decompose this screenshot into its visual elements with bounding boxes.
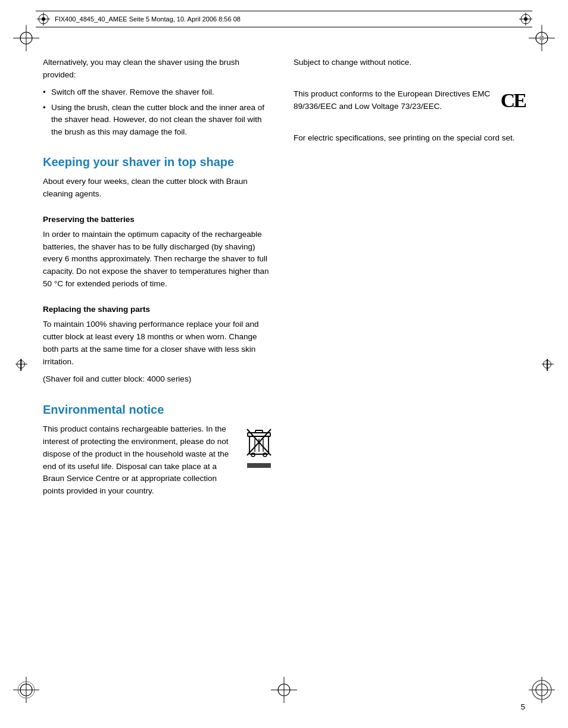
- bullet-list: Switch off the shaver. Remove the shaver…: [43, 86, 274, 138]
- subsection-batteries-text: In order to maintain the optimum capacit…: [43, 229, 274, 291]
- reg-mark-top-right: [529, 25, 555, 51]
- svg-point-14: [539, 36, 544, 40]
- electric-spec: For electric specifications, see printin…: [294, 132, 525, 145]
- subsection-batteries-heading: Preserving the batteries: [43, 214, 274, 226]
- environmental-block: This product contains rechargeable batte…: [43, 423, 274, 503]
- ce-mark: CE: [501, 89, 525, 112]
- target-mark-left: [37, 13, 50, 26]
- svg-point-3: [42, 17, 45, 21]
- left-column: Alternatively, you may clean the shaver …: [43, 57, 274, 502]
- top-bar: FIX400_4845_40_AMEE Seite 5 Montag, 10. …: [36, 11, 532, 27]
- bullet-item-2: Using the brush, clean the cutter block …: [43, 102, 274, 138]
- subsection-replacing-text: To maintain 100% shaving performance rep…: [43, 318, 274, 368]
- reg-mark-bottom-center: [271, 677, 297, 703]
- reg-mark-bottom-right: [529, 677, 555, 703]
- section-keeping-heading: Keeping your shaver in top shape: [43, 155, 274, 170]
- bullet-item-1: Switch off the shaver. Remove the shaver…: [43, 86, 274, 98]
- battery-disposal-icon: [244, 426, 274, 468]
- edge-mark-left: [17, 360, 25, 368]
- ce-text: This product conforms to the European Di…: [294, 88, 491, 113]
- topbar-filename: FIX400_4845_40_AMEE Seite 5 Montag, 10. …: [55, 15, 514, 23]
- page-content: Alternatively, you may clean the shaver …: [43, 39, 525, 680]
- subject-to-change: Subject to change without notice.: [294, 57, 525, 69]
- battery-bar: [247, 463, 271, 468]
- svg-point-34: [263, 453, 267, 457]
- section-keeping-text: About every four weeks, clean the cutter…: [43, 176, 274, 201]
- target-mark-right: [519, 13, 532, 26]
- environmental-text: This product contains rechargeable batte…: [43, 423, 234, 498]
- section-environmental-heading: Environmental notice: [43, 402, 274, 417]
- ce-block: This product conforms to the European Di…: [294, 88, 525, 118]
- svg-rect-29: [255, 430, 263, 433]
- right-column: Subject to change without notice. This p…: [294, 57, 525, 502]
- page-number: 5: [520, 702, 525, 711]
- page: FIX400_4845_40_AMEE Seite 5 Montag, 10. …: [0, 0, 568, 728]
- reg-mark-bottom-left: [13, 677, 39, 703]
- edge-mark-right: [543, 360, 551, 368]
- subsection-replacing-heading: Replacing the shaving parts: [43, 304, 274, 316]
- svg-point-7: [524, 17, 528, 21]
- subsection-replacing-note: (Shaver foil and cutter block: 4000 seri…: [43, 373, 274, 386]
- reg-mark-top-left: [13, 25, 39, 51]
- svg-point-33: [251, 453, 255, 457]
- intro-text: Alternatively, you may clean the shaver …: [43, 57, 274, 82]
